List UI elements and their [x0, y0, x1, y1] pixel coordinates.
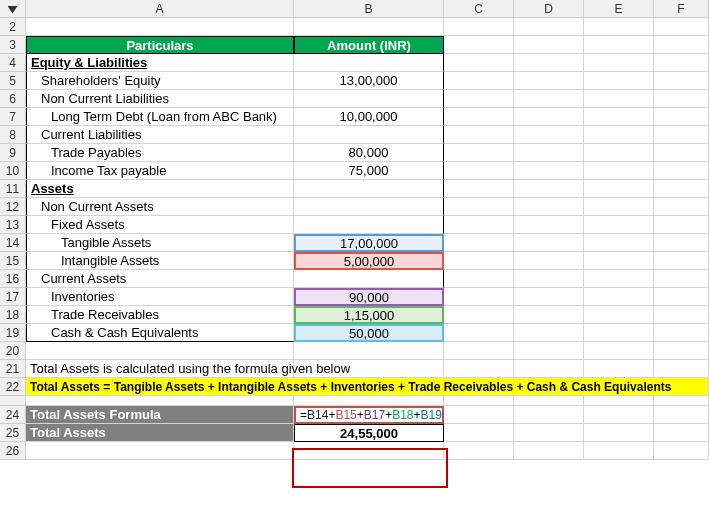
- cell[interactable]: [294, 126, 444, 144]
- cell[interactable]: [514, 442, 584, 460]
- cell[interactable]: [514, 162, 584, 180]
- cell[interactable]: [584, 342, 654, 360]
- cell[interactable]: [294, 442, 444, 460]
- value-income-tax[interactable]: 75,000: [294, 162, 444, 180]
- value-tangible-assets[interactable]: 17,00,000: [294, 234, 444, 252]
- section-equity-liabilities[interactable]: Equity & Liabilities: [26, 54, 294, 72]
- cell[interactable]: [444, 424, 514, 442]
- cell[interactable]: [584, 18, 654, 36]
- cell[interactable]: [514, 424, 584, 442]
- cell[interactable]: [654, 126, 709, 144]
- row-header[interactable]: 14: [0, 234, 26, 252]
- label-intangible-assets[interactable]: Intangible Assets: [26, 252, 294, 270]
- cell[interactable]: [294, 270, 444, 288]
- value-inventories[interactable]: 90,000: [294, 288, 444, 306]
- cell[interactable]: [444, 234, 514, 252]
- col-header-a[interactable]: A: [26, 0, 294, 18]
- row-header[interactable]: 3: [0, 36, 26, 54]
- cell[interactable]: [26, 342, 294, 360]
- label-trade-payables[interactable]: Trade Payables: [26, 144, 294, 162]
- cell[interactable]: [514, 72, 584, 90]
- cell[interactable]: [514, 288, 584, 306]
- cell[interactable]: [514, 126, 584, 144]
- cell[interactable]: [654, 442, 709, 460]
- cell[interactable]: [514, 306, 584, 324]
- cell[interactable]: [654, 288, 709, 306]
- cell[interactable]: [654, 424, 709, 442]
- row-header[interactable]: 16: [0, 270, 26, 288]
- value-cash-equivalents[interactable]: 50,000: [294, 324, 444, 342]
- row-header[interactable]: 7: [0, 108, 26, 126]
- cell[interactable]: [444, 18, 514, 36]
- label-shareholders-equity[interactable]: Shareholders' Equity: [26, 72, 294, 90]
- cell[interactable]: [654, 360, 709, 378]
- cell[interactable]: [444, 324, 514, 342]
- value-shareholders-equity[interactable]: 13,00,000: [294, 72, 444, 90]
- cell[interactable]: [584, 234, 654, 252]
- row-header[interactable]: 10: [0, 162, 26, 180]
- row-header[interactable]: 2: [0, 18, 26, 36]
- row-header[interactable]: 21: [0, 360, 26, 378]
- cell[interactable]: [514, 342, 584, 360]
- cell[interactable]: [444, 180, 514, 198]
- cell[interactable]: [514, 406, 584, 424]
- value-total-assets[interactable]: 24,55,000: [294, 424, 444, 442]
- row-header[interactable]: 13: [0, 216, 26, 234]
- cell[interactable]: [654, 144, 709, 162]
- cell[interactable]: [294, 216, 444, 234]
- cell[interactable]: [654, 396, 709, 406]
- value-trade-receivables[interactable]: 1,15,000: [294, 306, 444, 324]
- row-header[interactable]: 26: [0, 442, 26, 460]
- cell[interactable]: [584, 306, 654, 324]
- cell[interactable]: [294, 180, 444, 198]
- cell[interactable]: [584, 360, 654, 378]
- row-header[interactable]: 20: [0, 342, 26, 360]
- cell[interactable]: [584, 396, 654, 406]
- cell[interactable]: [514, 90, 584, 108]
- cell[interactable]: [514, 324, 584, 342]
- cell[interactable]: [444, 342, 514, 360]
- note-text[interactable]: Total Assets is calculated using the for…: [26, 360, 294, 378]
- cell[interactable]: [444, 442, 514, 460]
- cell[interactable]: [514, 360, 584, 378]
- cell[interactable]: [444, 126, 514, 144]
- cell[interactable]: [654, 108, 709, 126]
- cell[interactable]: [654, 270, 709, 288]
- value-long-term-debt[interactable]: 10,00,000: [294, 108, 444, 126]
- row-header[interactable]: 17: [0, 288, 26, 306]
- cell[interactable]: [654, 406, 709, 424]
- cell[interactable]: [514, 270, 584, 288]
- cell[interactable]: [654, 90, 709, 108]
- cell[interactable]: [294, 90, 444, 108]
- cell[interactable]: [444, 216, 514, 234]
- cell[interactable]: [654, 342, 709, 360]
- cell[interactable]: [444, 406, 514, 424]
- cell[interactable]: [584, 424, 654, 442]
- cell[interactable]: [294, 198, 444, 216]
- label-tangible-assets[interactable]: Tangible Assets: [26, 234, 294, 252]
- cell[interactable]: [514, 18, 584, 36]
- cell[interactable]: [584, 180, 654, 198]
- label-fixed-assets[interactable]: Fixed Assets: [26, 216, 294, 234]
- cell[interactable]: [294, 396, 444, 406]
- label-non-current-liabilities[interactable]: Non Current Liabilities: [26, 90, 294, 108]
- cell[interactable]: [584, 108, 654, 126]
- cell[interactable]: [444, 162, 514, 180]
- formula-cell[interactable]: =B14+B15+B17+B18+B19: [294, 406, 444, 424]
- cell[interactable]: [294, 360, 444, 378]
- cell[interactable]: [584, 198, 654, 216]
- cell[interactable]: [584, 252, 654, 270]
- row-header[interactable]: 15: [0, 252, 26, 270]
- cell[interactable]: [654, 324, 709, 342]
- col-header-f[interactable]: F: [654, 0, 709, 18]
- row-header[interactable]: 25: [0, 424, 26, 442]
- cell[interactable]: [654, 234, 709, 252]
- cell[interactable]: [654, 54, 709, 72]
- cell[interactable]: [444, 198, 514, 216]
- cell[interactable]: [514, 36, 584, 54]
- value-trade-payables[interactable]: 80,000: [294, 144, 444, 162]
- cell[interactable]: [514, 144, 584, 162]
- label-non-current-assets[interactable]: Non Current Assets: [26, 198, 294, 216]
- cell[interactable]: [584, 216, 654, 234]
- row-header[interactable]: 11: [0, 180, 26, 198]
